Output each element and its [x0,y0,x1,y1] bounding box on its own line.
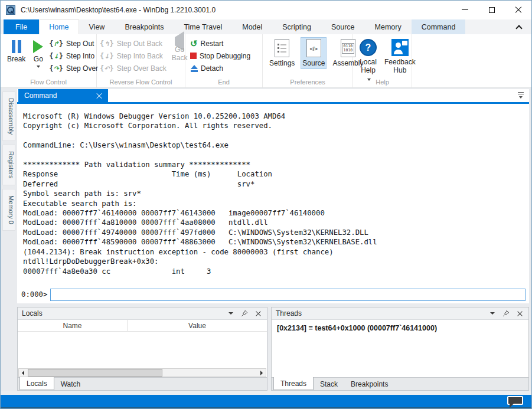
step-over-back-icon [100,64,114,73]
close-icon [515,6,522,14]
threads-close-button[interactable] [515,309,524,318]
step-out-button[interactable]: Step Out [49,38,98,49]
maximize-icon [489,7,495,13]
scroll-left-button[interactable] [19,369,27,377]
break-label: Break [7,55,25,63]
local-help-label-2: Help [361,66,376,74]
windbg-app-icon [6,5,15,15]
source-icon [306,39,321,57]
step-into-back-label: Step Into Back [117,52,163,60]
local-help-button[interactable]: Local Help [358,37,378,84]
panel-tab-stack[interactable]: Stack [314,378,344,390]
chevron-down-icon [229,312,233,315]
locals-table-body[interactable] [18,332,267,368]
chevron-down-icon [490,312,495,315]
step-into-back-button[interactable]: Step Into Back [100,50,167,61]
threads-panel-header: Threads [272,307,528,320]
thread-entry[interactable]: [0x2134] = test64+0x1000 (00007ff7`46141… [272,320,528,336]
feedback-hub-button[interactable]: Feedback Hub [383,37,417,76]
group-label-help: Help [353,78,412,86]
ribbon-tab-label: Memory [375,23,402,31]
panel-tab-threads[interactable]: Threads [273,377,314,390]
side-tab-memory-0[interactable]: Memory 0 [2,189,15,231]
settings-icon [275,39,289,57]
window-controls [452,1,531,19]
close-button[interactable] [505,1,531,19]
panel-tab-label: Breakpoints [351,380,388,388]
scroll-right-button[interactable] [257,369,266,377]
ribbon-tab-source[interactable]: Source [321,19,365,34]
command-tab-close-icon[interactable] [96,93,102,99]
command-output[interactable]: Microsoft (R) Windows Debugger Version 1… [17,104,529,286]
panel-tab-locals[interactable]: Locals [19,377,54,390]
window-menu-icon[interactable] [518,92,524,99]
panel-tab-breakpoints[interactable]: Breakpoints [344,378,394,390]
go-button[interactable]: Go [31,37,45,70]
feedback-hub-label-2: Hub [393,66,406,74]
locals-dropdown-button[interactable] [226,309,236,318]
scrollbar-thumb[interactable] [28,369,162,377]
restart-label: Restart [201,40,224,48]
step-out-back-button[interactable]: Step Out Back [100,38,167,49]
group-reverse-flow-control: Step Out Back Step Into Back Step Over B… [97,34,185,87]
restart-button[interactable]: Restart [190,38,250,49]
close-icon [256,311,261,316]
command-tab[interactable]: Command [18,89,108,102]
step-into-button[interactable]: Step Into [49,50,98,61]
ribbon-tab-file[interactable]: File [4,19,39,34]
scrollbar-track[interactable] [27,369,257,377]
window-title: C:\Users\winasm\Desktop\test64.exe - Win… [21,6,216,14]
ribbon-tab-label: Time Travel [184,23,222,31]
settings-button[interactable]: Settings [267,37,296,69]
collapse-ribbon-button[interactable] [510,19,528,34]
side-tab-disassembly[interactable]: Disassembly [2,91,15,141]
step-over-button[interactable]: Step Over [49,63,98,74]
threads-panel-title: Threads [276,309,302,318]
step-out-back-icon [100,40,114,48]
ribbon-tab-memory[interactable]: Memory [365,19,412,34]
ribbon-tab-bar: File Home View Breakpoints Time Travel M… [1,19,531,34]
minimize-button[interactable] [452,1,478,19]
ribbon-tab-breakpoints[interactable]: Breakpoints [115,19,174,34]
side-tab-label: Registers [8,151,15,178]
column-header-value[interactable]: Value [128,320,267,331]
command-input[interactable] [50,289,526,301]
ribbon-tab-label: Source [331,23,355,31]
ribbon: Break Go Step Out Step Into Step Over [1,34,531,88]
ribbon-tab-home[interactable]: Home [39,19,79,34]
ribbon-tab-label: Home [49,23,68,31]
feedback-icon[interactable] [507,396,523,405]
ribbon-tab-view[interactable]: View [79,19,115,34]
locals-panel-title: Locals [22,309,43,318]
go-label: Go [34,55,43,63]
panel-tab-watch[interactable]: Watch [54,378,87,390]
step-over-icon [49,64,63,73]
break-button[interactable]: Break [5,37,27,65]
ribbon-tab-command[interactable]: Command [412,19,466,34]
column-header-name[interactable]: Name [18,320,128,331]
locals-close-button[interactable] [253,309,263,318]
detach-label: Detach [201,64,223,73]
panel-tab-label: Locals [27,379,47,388]
status-bar [1,395,531,408]
feedback-hub-icon [391,39,409,56]
threads-pin-button[interactable] [501,309,511,318]
source-button[interactable]: Source [301,37,327,69]
ribbon-tab-scripting[interactable]: Scripting [272,19,321,34]
maximize-button[interactable] [478,1,505,19]
threads-dropdown-button[interactable] [488,309,497,318]
restart-icon [190,38,198,49]
ribbon-tab-model[interactable]: Model [232,19,272,34]
side-tab-registers[interactable]: Registers [2,145,15,185]
stop-debugging-button[interactable]: Stop Debugging [190,50,250,61]
command-tab-label: Command [24,91,57,100]
feedback-hub-label-1: Feedback [384,58,416,66]
step-over-back-button[interactable]: Step Over Back [100,63,167,74]
locals-horizontal-scrollbar[interactable] [18,368,266,377]
pause-icon [12,40,21,53]
group-label-preferences: Preferences [263,78,353,86]
step-out-icon [49,40,63,48]
locals-pin-button[interactable] [240,309,249,318]
detach-button[interactable]: Detach [190,63,250,74]
panel-tab-label: Stack [320,380,338,388]
